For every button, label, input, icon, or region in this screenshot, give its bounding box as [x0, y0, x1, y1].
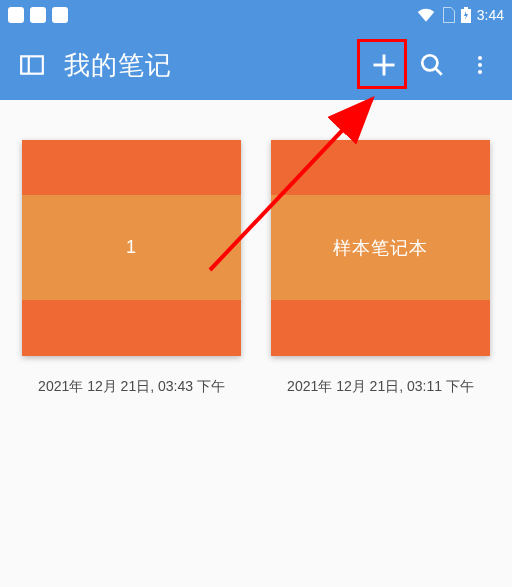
panel-icon [19, 52, 45, 78]
svg-point-10 [478, 70, 482, 74]
notebook-title: 1 [22, 195, 241, 300]
app-bar: 我的笔记 [0, 30, 512, 100]
notebook-card: 样本笔记本 2021年 12月 21日, 03:11 下午 [271, 140, 490, 396]
plus-icon [370, 51, 398, 79]
status-bar: 3:44 [0, 0, 512, 30]
recent-apps-indicator [8, 7, 24, 23]
search-icon [419, 52, 445, 78]
svg-rect-2 [21, 56, 43, 73]
recent-apps-indicator [30, 7, 46, 23]
notebook-title: 样本笔记本 [271, 195, 490, 300]
notebook-card: 1 2021年 12月 21日, 03:43 下午 [22, 140, 241, 396]
overflow-button[interactable] [456, 41, 504, 89]
status-time: 3:44 [477, 7, 504, 23]
notebook-date: 2021年 12月 21日, 03:11 下午 [287, 378, 474, 396]
svg-point-8 [478, 56, 482, 60]
add-button[interactable] [360, 41, 408, 89]
status-right: 3:44 [417, 7, 504, 23]
wifi-icon [417, 8, 435, 22]
notebook-grid: 1 2021年 12月 21日, 03:43 下午 样本笔记本 2021年 12… [0, 100, 512, 416]
search-button[interactable] [408, 41, 456, 89]
svg-point-6 [422, 55, 437, 70]
notebook-cover[interactable]: 1 [22, 140, 241, 356]
page-title: 我的笔记 [64, 48, 360, 83]
sim-icon [441, 7, 455, 23]
more-vert-icon [468, 53, 492, 77]
recent-apps-indicator [52, 7, 68, 23]
battery-icon [461, 7, 471, 23]
notebook-date: 2021年 12月 21日, 03:43 下午 [38, 378, 225, 396]
svg-point-9 [478, 63, 482, 67]
status-left [8, 7, 68, 23]
drawer-button[interactable] [8, 41, 56, 89]
svg-rect-1 [464, 7, 468, 9]
notebook-cover[interactable]: 样本笔记本 [271, 140, 490, 356]
svg-line-7 [435, 68, 442, 75]
